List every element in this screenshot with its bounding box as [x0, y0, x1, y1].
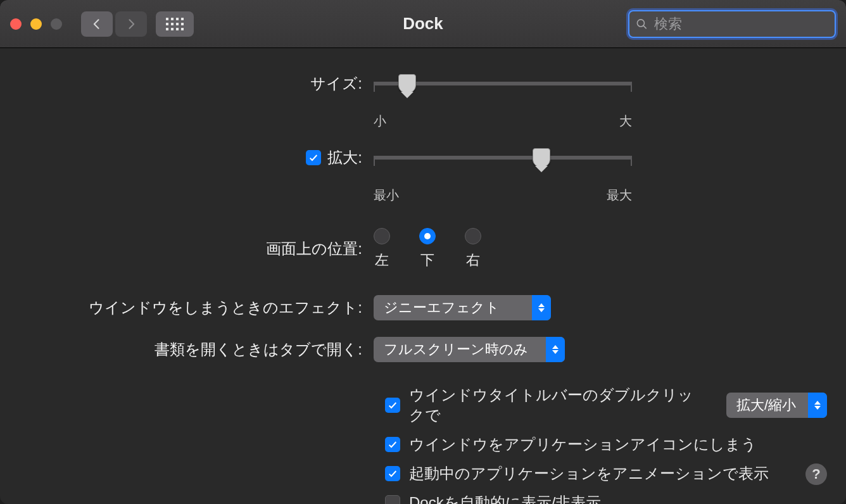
magnify-max-label: 最大: [607, 187, 632, 204]
open-in-tab-value: フルスクリーン時のみ: [384, 340, 537, 359]
radio-button[interactable]: [374, 228, 390, 244]
autohide-checkbox[interactable]: [385, 495, 400, 504]
size-max-label: 大: [619, 113, 632, 130]
dblclick-label: ウインドウタイトルバーのダブルクリックで: [409, 385, 702, 425]
radio-label: 左: [375, 251, 389, 270]
options-group: ウインドウタイトルバーのダブルクリックで 拡大/縮小 ウインドウをアプリケーショ…: [385, 385, 827, 504]
popup-arrows-icon: [546, 337, 565, 362]
radio-label: 右: [466, 251, 480, 270]
help-button[interactable]: ?: [805, 463, 827, 485]
animate-open-checkbox[interactable]: [385, 466, 400, 481]
minimize-window-button[interactable]: [30, 18, 42, 30]
svg-line-1: [643, 25, 647, 28]
grid-icon: [166, 18, 184, 30]
minimize-into-label: ウインドウをアプリケーションアイコンにしまう: [409, 434, 757, 455]
position-radio-left[interactable]: 左: [374, 228, 390, 270]
animate-open-label: 起動中のアプリケーションをアニメーションで表示: [409, 463, 769, 484]
open-in-tab-label: 書類を開くときはタブで開く:: [19, 339, 374, 360]
position-radio-bottom[interactable]: 下: [419, 228, 436, 270]
magnification-slider[interactable]: [374, 156, 632, 160]
search-icon: [636, 17, 648, 31]
dblclick-action-popup[interactable]: 拡大/縮小: [726, 393, 827, 418]
position-label: 画面上の位置:: [19, 239, 374, 259]
popup-arrows-icon: [808, 393, 827, 418]
size-slider[interactable]: [374, 82, 632, 85]
minimize-effect-value: ジニーエフェクト: [384, 298, 523, 317]
size-min-label: 小: [374, 113, 386, 130]
svg-point-0: [637, 19, 644, 26]
radio-button[interactable]: [419, 228, 436, 244]
show-all-button[interactable]: [156, 11, 194, 37]
traffic-lights: [10, 18, 62, 30]
autohide-label: Dockを自動的に表示/非表示: [409, 493, 601, 504]
minimize-effect-label: ウインドウをしまうときのエフェクト:: [19, 298, 374, 318]
magnify-min-label: 最小: [374, 187, 399, 204]
minimize-into-checkbox[interactable]: [385, 437, 400, 452]
dblclick-checkbox[interactable]: [385, 398, 400, 413]
close-window-button[interactable]: [10, 18, 22, 30]
forward-button[interactable]: [115, 11, 147, 37]
search-field[interactable]: [628, 10, 836, 38]
radio-label: 下: [420, 251, 434, 270]
magnification-checkbox[interactable]: [306, 150, 321, 165]
radio-button[interactable]: [465, 228, 481, 244]
size-slider-thumb[interactable]: [398, 74, 416, 93]
zoom-window-button[interactable]: [51, 18, 62, 30]
position-radio-right[interactable]: 右: [465, 228, 481, 270]
titlebar: Dock: [0, 0, 846, 48]
dblclick-action-value: 拡大/縮小: [736, 396, 799, 415]
popup-arrows-icon: [532, 295, 551, 320]
minimize-effect-popup[interactable]: ジニーエフェクト: [374, 295, 551, 320]
magnification-slider-thumb[interactable]: [533, 148, 550, 167]
search-input[interactable]: [654, 16, 828, 32]
size-label: サイズ:: [19, 73, 374, 94]
open-in-tab-popup[interactable]: フルスクリーン時のみ: [374, 337, 565, 362]
magnification-label: 拡大:: [327, 148, 362, 168]
preferences-pane: サイズ: 小 大 拡大:: [0, 48, 846, 504]
back-button[interactable]: [81, 11, 113, 37]
position-radio-group: 左下右: [374, 228, 481, 270]
